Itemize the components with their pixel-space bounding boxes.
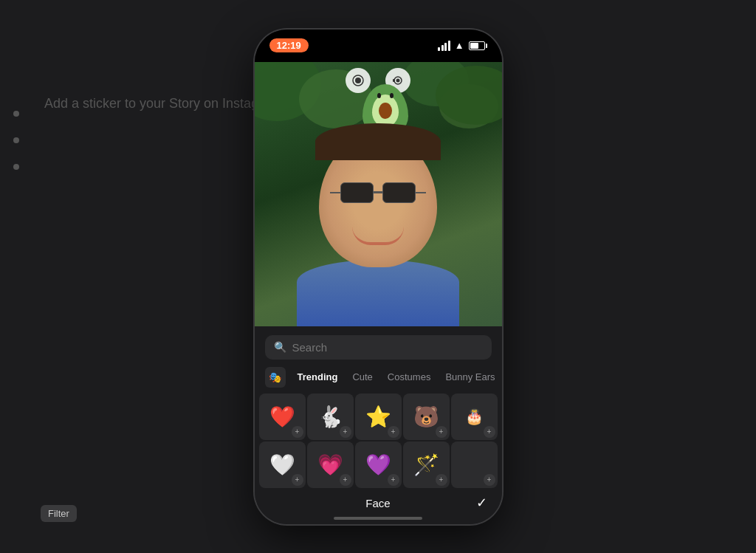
tab-bunny-ears[interactable]: Bunny Ears xyxy=(439,368,501,385)
battery-fill xyxy=(470,43,479,49)
sidebar-dot-2 xyxy=(13,137,19,143)
avocado-eye-right xyxy=(390,93,394,98)
sticker-wand[interactable]: 🪄 + xyxy=(403,442,450,488)
wifi-icon: ▲ xyxy=(455,40,464,51)
sticker-heart-purple[interactable]: 💜 + xyxy=(355,442,402,488)
status-bar: 12:19 ▲ xyxy=(255,30,502,62)
person-smile xyxy=(352,227,404,245)
sticker-bunny[interactable]: 🐇 + xyxy=(307,394,354,440)
sticker-wand-emoji: 🪄 xyxy=(413,453,439,477)
photo-person xyxy=(293,120,463,326)
sticker-grid-row1: ❤️ + 🐇 + ⭐ + 🐻 + 🎂 + xyxy=(255,394,502,440)
phone-frame: 12:19 ▲ xyxy=(255,30,502,524)
sticker-stars-emoji: ⭐ xyxy=(365,405,391,429)
avocado-eyes xyxy=(362,93,408,98)
sidebar-dot-1 xyxy=(13,111,19,117)
tab-cute[interactable]: Cute xyxy=(346,368,378,385)
sticker-stars-add[interactable]: + xyxy=(388,426,399,438)
sticker-bunny-emoji: 🐇 xyxy=(317,405,343,429)
bottom-panel: 🔍 🎭 Trending Cute Costumes Bunny Ears Su… xyxy=(255,326,502,524)
mode-label: Face xyxy=(365,497,390,509)
sticker-empty-add[interactable]: + xyxy=(484,474,495,486)
glasses-bridge xyxy=(374,191,382,193)
category-tabs: 🎭 Trending Cute Costumes Bunny Ears Sur xyxy=(255,367,502,394)
glasses-arm-left xyxy=(330,192,340,193)
person-hair xyxy=(315,123,441,160)
sticker-heart-purple-add[interactable]: + xyxy=(388,474,399,486)
svg-point-3 xyxy=(396,78,400,82)
leaf-5 xyxy=(436,66,502,125)
glasses-lens-left xyxy=(340,182,374,203)
status-icons: ▲ xyxy=(438,40,487,51)
avocado-pit xyxy=(379,103,392,119)
sticker-grid-row2: 🤍 + 💗 + 💜 + 🪄 + + xyxy=(255,440,502,491)
svg-rect-4 xyxy=(393,79,395,82)
sticker-heart-line-emoji: 💗 xyxy=(317,453,343,477)
battery-box xyxy=(469,41,485,50)
sticker-birthday-add[interactable]: + xyxy=(484,426,495,438)
search-input[interactable] xyxy=(292,341,483,354)
bar1 xyxy=(438,47,440,51)
sticker-birthday-emoji: 🎂 xyxy=(465,408,484,425)
camera-view[interactable] xyxy=(255,62,502,326)
tab-costumes[interactable]: Costumes xyxy=(382,368,437,385)
sticker-heart-line-add[interactable]: + xyxy=(340,474,351,486)
sticker-heart-purple-emoji: 💜 xyxy=(365,453,391,477)
person-sunglasses xyxy=(330,182,426,203)
sticker-heart-outline-add[interactable]: + xyxy=(292,474,303,486)
sticker-wand-add[interactable]: + xyxy=(436,474,447,486)
sticker-hearts-emoji: ❤️ xyxy=(269,405,295,429)
sticker-empty[interactable]: + xyxy=(451,442,498,488)
sticker-category-icon[interactable]: 🎭 xyxy=(265,367,286,388)
person-shoulders xyxy=(297,260,459,326)
tab-trending[interactable]: Trending xyxy=(292,368,344,385)
battery-icon xyxy=(469,41,487,50)
home-indicator xyxy=(334,517,422,520)
sticker-birthday[interactable]: 🎂 + xyxy=(451,394,498,440)
sticker-bear[interactable]: 🐻 + xyxy=(403,394,450,440)
sticker-bear-add[interactable]: + xyxy=(436,426,447,438)
avocado-eye-left xyxy=(377,93,381,98)
bottom-action-bar: Face ✓ xyxy=(255,491,502,514)
confirm-check-icon[interactable]: ✓ xyxy=(476,495,487,511)
leaf-1 xyxy=(255,62,321,121)
status-time: 12:19 xyxy=(269,38,309,52)
sticker-heart-line[interactable]: 💗 + xyxy=(307,442,354,488)
search-bar[interactable]: 🔍 xyxy=(265,335,492,360)
battery-tip xyxy=(486,44,487,48)
glasses-arm-right xyxy=(416,192,426,193)
sidebar-dot-3 xyxy=(13,164,19,170)
filter-button[interactable]: Filter xyxy=(41,505,77,522)
sticker-heart-outline-emoji: 🤍 xyxy=(269,453,295,477)
svg-point-1 xyxy=(355,78,361,83)
search-icon: 🔍 xyxy=(274,341,286,353)
sticker-hearts-add[interactable]: + xyxy=(292,426,303,438)
bar3 xyxy=(444,43,447,51)
bar2 xyxy=(441,45,444,51)
sticker-hearts[interactable]: ❤️ + xyxy=(259,394,306,440)
signal-icon xyxy=(438,41,450,51)
sidebar-dots xyxy=(13,111,19,170)
bar4 xyxy=(448,41,450,51)
sticker-heart-outline[interactable]: 🤍 + xyxy=(259,442,306,488)
sticker-bear-emoji: 🐻 xyxy=(413,405,439,429)
sticker-bunny-add[interactable]: + xyxy=(340,426,351,438)
sticker-stars[interactable]: ⭐ + xyxy=(355,394,402,440)
person-head xyxy=(319,134,437,267)
glasses-lens-right xyxy=(382,182,416,203)
